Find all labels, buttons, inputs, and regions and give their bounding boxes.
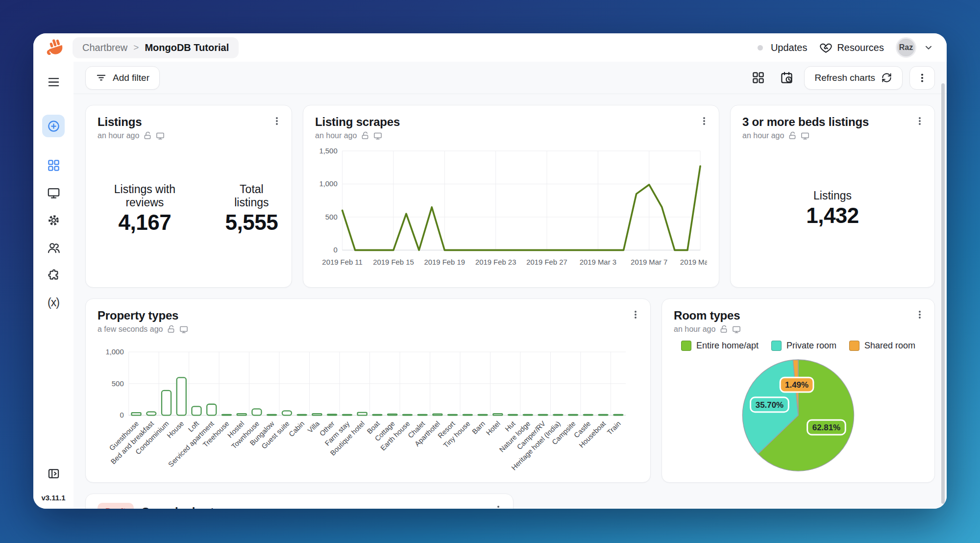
svg-text:Barn: Barn — [470, 420, 487, 436]
avatar[interactable]: Raz — [896, 37, 916, 58]
add-filter-button[interactable]: Add filter — [85, 66, 160, 90]
breadcrumb-app[interactable]: Chartbrew — [82, 42, 127, 53]
puzzle-icon — [47, 269, 60, 282]
card-listing-scrapes: Listing scrapes an hour ago 05001,0001,5… — [303, 105, 719, 288]
card-meta: a few seconds ago — [98, 325, 638, 334]
sidebar-team-button[interactable] — [42, 236, 65, 259]
window-body: (x) v3.11.1 Add filter — [33, 62, 947, 509]
legend-private-room[interactable]: Private room — [771, 341, 836, 351]
chartbrew-logo[interactable] — [43, 36, 66, 59]
pie-chart: 62.81%35.70%1.49% — [674, 353, 923, 476]
topbar: Chartbrew > MongoDB Tutorial Updates Res… — [33, 33, 947, 62]
card-meta: an hour ago — [742, 131, 923, 140]
sidebar-add-chart-button[interactable] — [42, 115, 65, 137]
charts-grid: Listings an hour ago Listings with revie… — [74, 94, 947, 509]
kebab-icon — [630, 309, 641, 320]
chartbrew-window: Chartbrew > MongoDB Tutorial Updates Res… — [33, 33, 947, 509]
sidebar-dashboard-button[interactable] — [42, 154, 65, 176]
card-room-types: Room types an hour ago Entir — [662, 298, 935, 483]
kpi-total-listings: Total listings 5,555 — [223, 183, 280, 235]
resources-link[interactable]: Resources — [837, 42, 884, 53]
card-draft-chart: Draft Superb chart — [85, 494, 514, 509]
kebab-icon — [493, 504, 504, 509]
refresh-charts-button[interactable]: Refresh charts — [804, 66, 903, 90]
legend-shared-room[interactable]: Shared room — [849, 341, 915, 351]
kpi-label: Total listings — [223, 183, 280, 209]
sidebar-report-button[interactable] — [42, 181, 65, 204]
svg-text:2019 Feb 19: 2019 Feb 19 — [424, 258, 466, 266]
dashboard-menu-button[interactable] — [909, 66, 935, 90]
svg-text:2019 Mar 7: 2019 Mar 7 — [631, 258, 667, 266]
legend-entire-home[interactable]: Entire home/apt — [681, 341, 759, 351]
schedule-button[interactable] — [776, 67, 797, 89]
svg-text:Train: Train — [606, 420, 622, 436]
card-menu-button[interactable] — [268, 112, 286, 130]
kpi-value: 4,167 — [98, 210, 192, 235]
sidebar-menu-button[interactable] — [42, 71, 65, 93]
card-meta-time: an hour ago — [315, 131, 357, 140]
svg-text:0: 0 — [333, 246, 337, 254]
breadcrumb-separator: > — [133, 42, 139, 53]
line-chart: 05001,0001,5002019 Feb 112019 Feb 152019… — [315, 145, 707, 277]
monitor-icon — [373, 131, 382, 140]
updates-link[interactable]: Updates — [771, 42, 808, 53]
legend-label: Shared room — [864, 341, 915, 351]
refresh-icon — [881, 72, 892, 83]
svg-text:1,000: 1,000 — [319, 180, 337, 188]
pie-chart-area: 62.81%35.70%1.49% — [674, 353, 923, 476]
lock-open-icon — [167, 325, 175, 334]
kpi-value: 1,432 — [806, 203, 859, 228]
card-property-types: Property types a few seconds ago 05001,0… — [85, 298, 651, 483]
sidebar-expand-button[interactable] — [42, 462, 65, 485]
toolbar-right: Refresh charts — [747, 66, 935, 90]
sidebar-integrations-button[interactable] — [42, 264, 65, 286]
svg-text:2019 Feb 11: 2019 Feb 11 — [322, 258, 362, 266]
sidebar-settings-button[interactable] — [42, 209, 65, 231]
svg-text:House: House — [166, 420, 186, 440]
card-meta: an hour ago — [674, 325, 923, 334]
scrollbar-thumb[interactable] — [941, 83, 945, 504]
lock-open-icon — [143, 131, 152, 140]
legend-swatch — [771, 341, 782, 351]
refresh-charts-label: Refresh charts — [814, 73, 875, 83]
card-listings: Listings an hour ago Listings with revie… — [85, 105, 292, 288]
monitor-icon — [47, 186, 60, 199]
monitor-icon — [179, 325, 188, 334]
card-3-or-more-beds: 3 or more beds listings an hour ago List… — [730, 105, 935, 288]
sidebar-variables-button[interactable]: (x) — [42, 291, 65, 314]
layout-button[interactable] — [747, 67, 769, 89]
kpi-value: 5,555 — [223, 210, 280, 235]
calendar-clock-icon — [780, 71, 793, 84]
card-menu-button[interactable] — [490, 501, 507, 509]
svg-text:35.70%: 35.70% — [756, 400, 784, 410]
kpi-label: Listings — [806, 189, 859, 202]
breadcrumb-page[interactable]: MongoDB Tutorial — [145, 42, 229, 53]
panel-expand-icon — [47, 467, 60, 480]
kpi-listings-with-reviews: Listings with reviews 4,167 — [98, 183, 192, 235]
updates-indicator-dot — [758, 45, 763, 50]
lock-open-icon — [788, 131, 797, 140]
card-menu-button[interactable] — [911, 306, 929, 323]
kpi-row: Listings with reviews 4,167 Total listin… — [98, 140, 280, 277]
charts-row-1: Listings an hour ago Listings with revie… — [85, 105, 935, 288]
kebab-icon — [914, 309, 925, 320]
svg-text:2019 Feb 23: 2019 Feb 23 — [475, 258, 516, 266]
legend-swatch — [849, 341, 859, 351]
kebab-icon — [916, 72, 928, 84]
chevron-down-icon[interactable] — [923, 42, 934, 53]
card-title: 3 or more beds listings — [742, 115, 923, 129]
heart-handshake-icon — [820, 42, 832, 54]
svg-text:Hotel: Hotel — [485, 420, 502, 437]
card-title: Property types — [98, 309, 638, 322]
filter-icon — [96, 72, 107, 83]
monitor-icon — [801, 131, 809, 140]
card-menu-button[interactable] — [627, 306, 644, 323]
card-menu-button[interactable] — [911, 112, 929, 130]
legend-label: Entire home/apt — [696, 341, 759, 351]
grid-icon — [47, 159, 60, 172]
card-menu-button[interactable] — [695, 112, 713, 130]
gear-icon — [47, 214, 60, 227]
bar-chart-area: 05001,000GuesthouseBed and breakfastCond… — [98, 339, 638, 472]
svg-text:500: 500 — [325, 213, 338, 221]
card-title: Listings — [98, 115, 280, 129]
